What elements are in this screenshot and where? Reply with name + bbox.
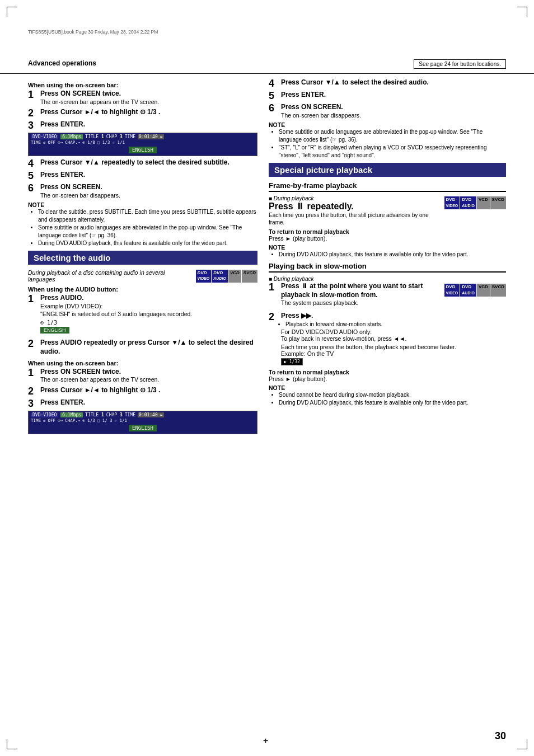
note-item-1: To clear the subtitle, press SUBTITLE. E…	[38, 208, 257, 224]
r-step-4-main: Press Cursor ▼/▲ to select the desired a…	[281, 78, 506, 87]
step-num-5: 5	[28, 171, 40, 181]
step-num-3: 3	[28, 120, 40, 130]
note-item-2: Some subtitle or audio languages are abb…	[38, 224, 257, 240]
badge-svcd-1: SVCD	[242, 270, 257, 283]
sa-step-2: 2 Press AUDIO repeatedly or press Cursor…	[28, 339, 257, 356]
when-label-1: When using the on-screen bar:	[28, 82, 257, 88]
r-step-6-main: Press ON SCREEN.	[281, 103, 506, 112]
page-number: 30	[495, 730, 506, 742]
badge-dvd-audio-fbf: DVDAUDIO	[460, 196, 476, 209]
fbf-step1-sub: Each time you press the button, the stil…	[269, 212, 440, 226]
sa-step-1-sub1: Example (DVD VIDEO):	[40, 303, 257, 311]
sa-os-step-1: 1 Press ON SCREEN twice. The on-screen b…	[28, 368, 257, 384]
fbf-during-text: ■ During playback	[269, 195, 440, 201]
r-step-6-sub: The on-screen bar disappears.	[281, 112, 506, 120]
step-3: 3 Press ENTER.	[28, 120, 257, 130]
pbs-detail-4: Each time you press the button, the play…	[281, 344, 506, 350]
r-step-num-6: 6	[269, 103, 281, 113]
during-playback-text: During playback of a disc containing aud…	[28, 269, 191, 283]
badge-svcd-pbs: SVCD	[490, 284, 506, 297]
page-header: Advanced operations See page 24 for butt…	[0, 37, 534, 74]
fbf-return-text: Press ► (play button).	[269, 235, 506, 242]
r-step-5-main: Press ENTER.	[281, 91, 506, 100]
fbf-note-item-1: During DVD AUDIO playback, this feature …	[279, 251, 506, 259]
pbs-step-2-details: Playback in forward slow-motion starts.	[281, 321, 506, 328]
badge-dvd-audio-1: DVDAUDIO	[212, 270, 228, 283]
pbs-step-2: 2 Press ▶▶. Playback in forward slow-mot…	[269, 312, 506, 367]
pbs-step-2-main: Press ▶▶.	[281, 312, 506, 321]
sa-step-1: 1 Press AUDIO. Example (DVD VIDEO): "ENG…	[28, 294, 257, 336]
step-4-main: Press Cursor ▼/▲ repeatedly to select th…	[40, 158, 257, 167]
pbs-step-1-main: Press ⏸ at the point where you want to s…	[281, 282, 440, 299]
r-note-item-2: "ST", "L" or "R" is displayed when playi…	[279, 144, 506, 159]
pbs-return-text: Press ► (play button).	[269, 375, 506, 382]
note-item-3: During DVD AUDIO playback, this feature …	[38, 240, 257, 247]
see-page-box: See page 24 for button locations.	[414, 59, 506, 69]
fbf-step1-main: Press ⏸ repeatedly.	[269, 201, 354, 212]
badge-group-fbf: DVDVIDEO DVDAUDIO VCD SVCD	[444, 196, 506, 209]
step-2: 2 Press Cursor ►/◄ to highlight ⊙ 1/3 .	[28, 108, 257, 118]
dvd-screen-1: DVD-VIDEO 6.1Mbps TITLE 1 CHAP 3 TIME 0:…	[28, 133, 257, 156]
sa-step-1-sub2: "ENGLISH" is selected out of 3 audio lan…	[40, 311, 257, 318]
pbs-detail-3: To play back in reverse slow-motion, pre…	[281, 335, 506, 342]
pbs-subtitle: Playing back in slow-motion	[269, 262, 506, 273]
fbf-subtitle: Frame-by-frame playback	[269, 181, 506, 192]
badge-dvd-video-pbs: DVDVIDEO	[444, 284, 460, 297]
r-note-item-1: Some subtitle or audio languages are abb…	[279, 128, 506, 144]
badge-dvd-video-1: DVDVIDEO	[196, 270, 212, 283]
when-audio-label: When using the AUDIO button:	[28, 286, 257, 293]
sa-step-num-1: 1	[28, 294, 40, 304]
sa-os-step-num-1: 1	[28, 368, 40, 378]
step-num-6: 6	[28, 183, 40, 193]
sa-step-num-2: 2	[28, 339, 40, 349]
center-bottom-mark	[263, 736, 271, 744]
step-2-main: Press Cursor ►/◄ to highlight ⊙ 1/3 .	[40, 108, 257, 117]
r-note-label-1: NOTE	[269, 121, 506, 128]
badge-vcd-1: VCD	[228, 270, 241, 283]
sa-os-step-num-3: 3	[28, 398, 40, 408]
advanced-ops-label: Advanced operations	[28, 59, 96, 67]
badge-group-1: DVDVIDEO DVDAUDIO VCD SVCD	[196, 270, 257, 283]
audio-display: ⊙ 1/3 ENGLISH	[40, 320, 257, 335]
sa-step-2-main: Press AUDIO repeatedly or press Cursor ▼…	[40, 339, 257, 356]
dvd-screen-row2: TIME↺OFF⊙→CHAP.→ ⊙ 1/8□ 1/3☆ 1/1	[31, 140, 255, 145]
step-num-2: 2	[28, 108, 40, 118]
file-info: TIFS8S5[USUB].book Page 30 Friday, May 2…	[28, 29, 506, 35]
spp-title: Special picture playback	[269, 163, 506, 177]
fbf-note-list: During DVD AUDIO playback, this feature …	[274, 251, 506, 259]
sa-os-step-2-main: Press Cursor ►/◄ to highlight ⊙ 1/3 .	[40, 386, 257, 395]
sa-os-step-num-2: 2	[28, 386, 40, 396]
step-num-1: 1	[28, 90, 40, 100]
sa-os-step-3: 3 Press ENTER.	[28, 398, 257, 408]
english-highlight-2: ENGLISH	[129, 425, 157, 431]
badge-dvd-audio-pbs: DVDAUDIO	[460, 284, 476, 297]
selecting-audio-title: Selecting the audio	[28, 251, 257, 265]
step-3-main: Press ENTER.	[40, 120, 257, 129]
fbf-return-label: To return to normal playback	[269, 228, 506, 235]
pbs-step-num-1: 1	[269, 282, 281, 292]
pbs-detail-2: For DVD VIDEO/DVD AUDIO only:	[281, 328, 506, 335]
dvd-screen-2: DVD-VIDEO 6.1Mbps TITLE 1 CHAP 3 TIME 0:…	[28, 411, 257, 434]
fbf-note-label: NOTE	[269, 244, 506, 251]
badge-svcd-fbf: SVCD	[490, 196, 506, 209]
r-step-5: 5 Press ENTER.	[269, 91, 506, 101]
sa-os-step-1-sub: The on-screen bar appears on the TV scre…	[40, 376, 257, 384]
when-on-screen-2: When using the on-screen bar:	[28, 360, 257, 367]
step-1: 1 Press ON SCREEN twice. The on-screen b…	[28, 90, 257, 106]
badge-vcd-pbs: VCD	[477, 284, 490, 297]
sa-os-step-3-main: Press ENTER.	[40, 398, 257, 407]
step-5: 5 Press ENTER.	[28, 171, 257, 181]
r-note-list-1: Some subtitle or audio languages are abb…	[274, 128, 506, 159]
note-label-1: NOTE	[28, 201, 257, 208]
pbs-note-item-1: Sound cannot be heard during slow-motion…	[279, 391, 506, 399]
pbs-return-label: To return to normal playback	[269, 369, 506, 375]
r-step-num-5: 5	[269, 91, 281, 101]
audio-display-line1: ⊙ 1/3	[40, 320, 257, 326]
r-step-num-4: 4	[269, 78, 281, 88]
pbs-detail-1: Playback in forward slow-motion starts.	[285, 321, 506, 328]
r-step-6: 6 Press ON SCREEN. The on-screen bar dis…	[269, 103, 506, 119]
step-num-4: 4	[28, 158, 40, 168]
english-highlight-1: ENGLISH	[129, 147, 157, 153]
pbs-detail-5: Example: On the TV	[281, 350, 506, 357]
dvd-screen-2-row2: TIME↺OFF⊙→CHAP.→ ⊙ 1/3□ 1/3☆ 1/1	[31, 418, 255, 423]
